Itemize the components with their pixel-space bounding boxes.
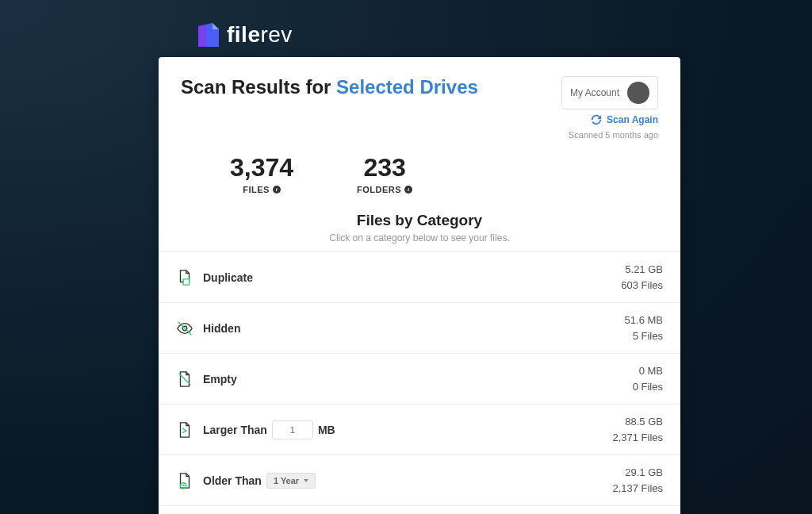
category-not-owned[interactable]: Not Owned By Me 88 GB 3,260 Files [159, 506, 680, 514]
files-stat[interactable]: 3,374 FILESi [230, 154, 293, 196]
empty-icon [176, 370, 193, 388]
info-icon[interactable]: i [273, 186, 281, 194]
info-icon[interactable]: i [404, 186, 412, 194]
folders-stat[interactable]: 233 FOLDERSi [357, 154, 412, 196]
avatar [627, 82, 649, 104]
selected-drives-link[interactable]: Selected Drives [336, 76, 478, 98]
section-subtitle: Click on a category below to see your fi… [159, 232, 680, 244]
scanned-timestamp: Scanned 5 months ago [569, 130, 658, 140]
section-title: Files by Category [159, 212, 680, 229]
brand-logo: filerev [198, 22, 293, 48]
older-than-select[interactable]: 1 Year [266, 473, 316, 489]
category-older-than[interactable]: Older Than 1 Year 29.1 GB 2,137 Files [159, 455, 680, 506]
results-card: Scan Results for Selected Drives My Acco… [159, 57, 680, 514]
card-header: Scan Results for Selected Drives My Acco… [159, 57, 680, 140]
older-icon [176, 472, 193, 489]
category-duplicate[interactable]: Duplicate 5.21 GB 603 Files [159, 252, 680, 303]
stats-row: 3,374 FILESi 233 FOLDERSi [230, 140, 680, 207]
scan-again-button[interactable]: Scan Again [591, 114, 658, 125]
duplicate-icon [176, 269, 193, 286]
logo-icon [198, 23, 219, 47]
hidden-icon [176, 320, 193, 337]
page-title: Scan Results for Selected Drives [181, 76, 478, 98]
larger-than-input[interactable] [272, 420, 313, 439]
category-list: Duplicate 5.21 GB 603 Files Hidden 51.6 … [159, 251, 680, 514]
category-empty[interactable]: Empty 0 MB 0 Files [159, 354, 680, 405]
category-larger-than[interactable]: Larger Than MB 88.5 GB 2,371 Files [159, 405, 680, 455]
my-account-button[interactable]: My Account [561, 76, 658, 109]
refresh-icon [591, 114, 602, 125]
category-hidden[interactable]: Hidden 51.6 MB 5 Files [159, 303, 680, 354]
larger-icon [176, 421, 193, 439]
